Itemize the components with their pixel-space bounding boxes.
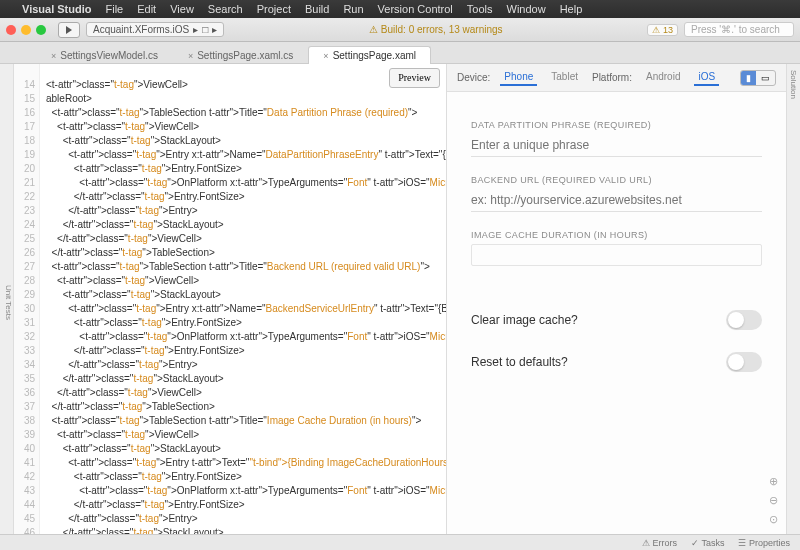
status-bar: ⚠ Errors ✓ Tasks ☰ Properties	[0, 534, 800, 550]
close-icon[interactable]: ×	[51, 51, 56, 61]
maximize-window-button[interactable]	[36, 25, 46, 35]
portrait-icon[interactable]: ▮	[741, 71, 756, 85]
menu-project[interactable]: Project	[257, 3, 291, 15]
tab-label: SettingsPage.xaml.cs	[197, 50, 293, 61]
rendered-form: DATA PARTITION PHRASE (REQUIRED) BACKEND…	[447, 92, 786, 534]
platform-android[interactable]: Android	[642, 69, 684, 86]
tab-settingspage-xaml[interactable]: ×SettingsPage.xaml	[308, 46, 431, 64]
warnings-badge[interactable]: ⚠ 13	[647, 24, 678, 36]
tab-settingspage-cs[interactable]: ×SettingsPage.xaml.cs	[173, 46, 308, 64]
data-partition-input[interactable]	[471, 134, 762, 157]
app-name[interactable]: Visual Studio	[22, 3, 91, 15]
document-tabs: ×SettingsViewModel.cs ×SettingsPage.xaml…	[0, 42, 800, 64]
field-backend-url: BACKEND URL (REQUIRED VALID URL)	[471, 175, 762, 212]
close-icon[interactable]: ×	[188, 51, 193, 61]
macos-menubar: Visual Studio File Edit View Search Proj…	[0, 0, 800, 18]
status-errors[interactable]: ⚠ Errors	[642, 538, 677, 548]
menu-build[interactable]: Build	[305, 3, 329, 15]
left-tool-strip: Unit Tests Document Outline Toolbox	[0, 64, 14, 534]
minimize-window-button[interactable]	[21, 25, 31, 35]
menu-version-control[interactable]: Version Control	[378, 3, 453, 15]
menu-search[interactable]: Search	[208, 3, 243, 15]
switch-reset-defaults: Reset to defaults?	[471, 350, 762, 374]
platform-label: Platform:	[592, 72, 632, 83]
field-label: DATA PARTITION PHRASE (REQUIRED)	[471, 120, 762, 130]
landscape-icon[interactable]: ▭	[756, 71, 775, 85]
code-editor[interactable]: Preview 14 15 16 17 18 19 20 21 22 23 24…	[14, 64, 446, 534]
zoom-in-icon[interactable]: ⊕	[769, 475, 778, 488]
device-phone[interactable]: Phone	[500, 69, 537, 86]
target-name: Acquaint.XForms.iOS	[93, 24, 189, 35]
switch-label: Clear image cache?	[471, 313, 578, 327]
menu-run[interactable]: Run	[343, 3, 363, 15]
menu-tools[interactable]: Tools	[467, 3, 493, 15]
close-window-button[interactable]	[6, 25, 16, 35]
menu-help[interactable]: Help	[560, 3, 583, 15]
target-selector[interactable]: Acquaint.XForms.iOS ▸ □ ▸	[86, 22, 224, 37]
switch-label: Reset to defaults?	[471, 355, 568, 369]
right-tool-strip: Solution	[786, 64, 800, 534]
menu-edit[interactable]: Edit	[137, 3, 156, 15]
tab-settingsviewmodel[interactable]: ×SettingsViewModel.cs	[36, 46, 173, 64]
toolbar: Acquaint.XForms.iOS ▸ □ ▸ ⚠ Build: 0 err…	[0, 18, 800, 42]
status-properties[interactable]: ☰ Properties	[738, 538, 790, 548]
device-tablet[interactable]: Tablet	[547, 69, 582, 86]
tab-label: SettingsPage.xaml	[333, 50, 416, 61]
run-button[interactable]	[58, 22, 80, 38]
switch-clear-cache: Clear image cache?	[471, 308, 762, 332]
line-number-gutter: 14 15 16 17 18 19 20 21 22 23 24 25 26 2…	[14, 64, 40, 534]
global-search[interactable]: Press '⌘.' to search	[684, 22, 794, 37]
switch-toggle[interactable]	[726, 352, 762, 372]
cache-duration-input[interactable]	[471, 244, 762, 266]
zoom-controls: ⊕ ⊖ ⊙	[769, 475, 778, 526]
menu-file[interactable]: File	[105, 3, 123, 15]
platform-ios[interactable]: iOS	[694, 69, 719, 86]
chevron-right-icon: ▸	[212, 24, 217, 35]
switch-toggle[interactable]	[726, 310, 762, 330]
preview-toolbar: Device: Phone Tablet Platform: Android i…	[447, 64, 786, 92]
backend-url-input[interactable]	[471, 189, 762, 212]
chevron-right-icon: ▸	[193, 24, 198, 35]
menu-window[interactable]: Window	[507, 3, 546, 15]
preview-button[interactable]: Preview	[389, 68, 440, 88]
tab-label: SettingsViewModel.cs	[60, 50, 158, 61]
device-label: Device:	[457, 72, 490, 83]
tool-unit-tests[interactable]: Unit Tests	[4, 285, 13, 320]
window-controls	[6, 25, 46, 35]
zoom-fit-icon[interactable]: ⊙	[769, 513, 778, 526]
field-cache-duration: IMAGE CACHE DURATION (IN HOURS)	[471, 230, 762, 266]
status-tasks[interactable]: ✓ Tasks	[691, 538, 724, 548]
close-icon[interactable]: ×	[323, 51, 328, 61]
code-area[interactable]: <t-attr">class="t-tag">ViewCell> ableRoo…	[40, 64, 446, 534]
field-label: IMAGE CACHE DURATION (IN HOURS)	[471, 230, 762, 240]
build-status[interactable]: ⚠ Build: 0 errors, 13 warnings	[230, 23, 641, 36]
xaml-previewer: Device: Phone Tablet Platform: Android i…	[446, 64, 786, 534]
orientation-toggle[interactable]: ▮ ▭	[740, 70, 776, 86]
zoom-out-icon[interactable]: ⊖	[769, 494, 778, 507]
menu-view[interactable]: View	[170, 3, 194, 15]
svg-marker-0	[66, 26, 72, 34]
device-icon: □	[202, 24, 208, 35]
field-data-partition: DATA PARTITION PHRASE (REQUIRED)	[471, 120, 762, 157]
field-label: BACKEND URL (REQUIRED VALID URL)	[471, 175, 762, 185]
tool-solution[interactable]: Solution	[789, 70, 798, 99]
